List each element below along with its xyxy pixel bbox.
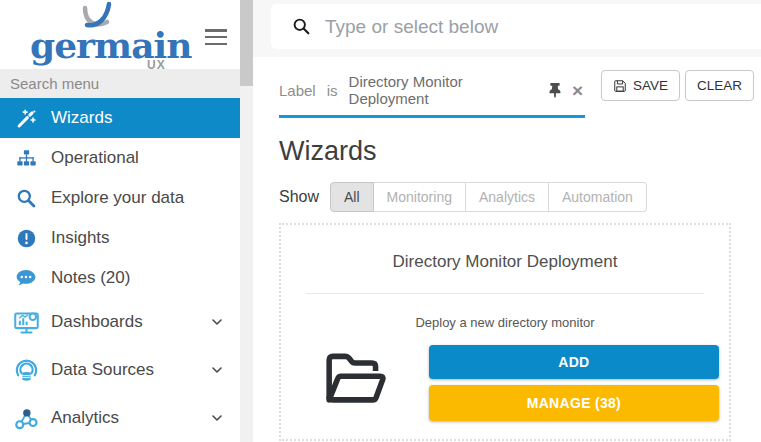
magnifier-icon [12, 188, 40, 209]
search-icon [292, 17, 312, 37]
sidebar-item-label: Data Sources [51, 360, 154, 380]
tab-analytics[interactable]: Analytics [466, 182, 549, 212]
close-icon[interactable]: × [572, 81, 583, 100]
brand-sub-label: UX [147, 58, 166, 72]
sidebar-item-label: Wizards [51, 108, 112, 128]
sidebar-item-explore[interactable]: Explore your data [0, 178, 240, 218]
sitemap-icon [12, 148, 40, 169]
filter-field[interactable]: Label [279, 82, 316, 99]
sidebar-search-input[interactable] [0, 69, 240, 98]
sidebar-item-label: Operational [51, 148, 139, 168]
show-filter-row: Show All Monitoring Analytics Automation [279, 182, 761, 212]
sidebar-item-dashboards[interactable]: Dashboards [0, 298, 240, 346]
manage-button[interactable]: MANAGE (38) [429, 385, 719, 421]
global-search-box[interactable] [271, 4, 761, 49]
search-strip [253, 0, 761, 57]
sidebar-item-wizards[interactable]: Wizards [0, 98, 240, 138]
sidebar-item-label: Explore your data [51, 188, 184, 208]
sidebar-nav: Wizards Operational [0, 98, 240, 442]
chevron-down-icon[interactable] [209, 410, 225, 426]
filter-value[interactable]: Directory Monitor Deployment [349, 73, 538, 107]
sidebar-item-label: Insights [51, 228, 110, 248]
pin-icon[interactable] [549, 83, 561, 98]
filter-bar: Label is Directory Monitor Deployment × [279, 70, 735, 118]
tab-all[interactable]: All [330, 182, 374, 212]
filter-operator[interactable]: is [327, 82, 338, 99]
sidebar-item-data-sources[interactable]: Data Sources [0, 346, 240, 394]
wizard-card-actions: ADD MANAGE (38) [429, 345, 719, 421]
exclamation-circle-icon [12, 228, 40, 249]
database-signal-icon [12, 357, 40, 384]
floppy-disk-icon [613, 79, 627, 93]
page-title: Wizards [279, 136, 761, 167]
monitor-chart-icon [12, 309, 40, 336]
tab-automation[interactable]: Automation [549, 182, 647, 212]
clear-button[interactable]: CLEAR [685, 70, 754, 101]
sidebar-item-analytics[interactable]: Analytics [0, 394, 240, 442]
filter-chip[interactable]: Label is Directory Monitor Deployment × [279, 70, 585, 118]
wizard-card: Directory Monitor Deployment Deploy a ne… [279, 223, 731, 441]
wizard-card-body: ADD MANAGE (38) [281, 345, 729, 421]
sidebar-item-label: Analytics [51, 408, 119, 428]
hamburger-menu-icon[interactable] [205, 29, 227, 49]
wizard-card-description: Deploy a new directory monitor [281, 315, 729, 330]
comment-dots-icon [12, 267, 40, 289]
card-divider [306, 293, 704, 294]
global-search-input[interactable] [325, 16, 761, 38]
sidebar: germain UX Wizards [0, 0, 240, 442]
add-button[interactable]: ADD [429, 345, 719, 379]
save-button-label: SAVE [633, 78, 668, 93]
sidebar-item-operational[interactable]: Operational [0, 138, 240, 178]
sidebar-scrollbar[interactable] [240, 0, 253, 442]
folder-open-icon [281, 345, 429, 407]
scrollbar-thumb[interactable] [240, 0, 253, 86]
chevron-down-icon[interactable] [209, 314, 225, 330]
show-label: Show [279, 188, 319, 206]
clear-button-label: CLEAR [697, 78, 742, 93]
sidebar-item-insights[interactable]: Insights [0, 218, 240, 258]
main-content: Label is Directory Monitor Deployment × [253, 0, 761, 442]
sidebar-item-label: Notes (20) [51, 268, 130, 288]
sidebar-item-notes[interactable]: Notes (20) [0, 258, 240, 298]
filter-actions: SAVE CLEAR [601, 70, 754, 101]
app-window: germain UX Wizards [0, 0, 761, 442]
wizard-card-title: Directory Monitor Deployment [281, 252, 729, 272]
logo: germain UX [0, 0, 240, 69]
brand-wordmark: germain [30, 27, 191, 63]
sidebar-item-label: Dashboards [51, 312, 143, 332]
share-nodes-icon [12, 405, 40, 432]
tab-monitoring[interactable]: Monitoring [374, 182, 466, 212]
category-tab-group: All Monitoring Analytics Automation [330, 182, 647, 212]
save-button[interactable]: SAVE [601, 70, 680, 101]
magic-wand-icon [12, 108, 40, 129]
chevron-down-icon[interactable] [209, 362, 225, 378]
